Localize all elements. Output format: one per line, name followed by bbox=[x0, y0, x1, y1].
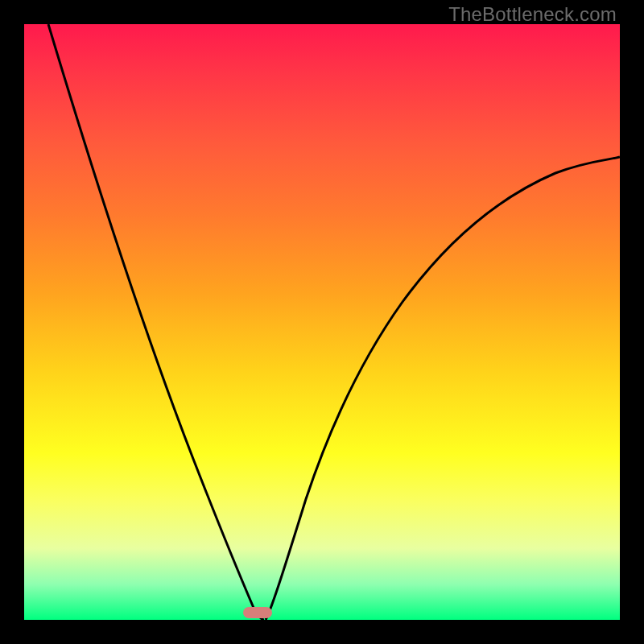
curve-right-branch bbox=[266, 157, 620, 620]
plot-area bbox=[24, 24, 620, 620]
optimal-marker bbox=[243, 607, 272, 618]
curve-left-branch bbox=[48, 24, 264, 620]
watermark-text: TheBottleneck.com bbox=[448, 3, 617, 26]
chart-frame: TheBottleneck.com bbox=[0, 0, 644, 644]
bottleneck-curve bbox=[24, 24, 620, 620]
